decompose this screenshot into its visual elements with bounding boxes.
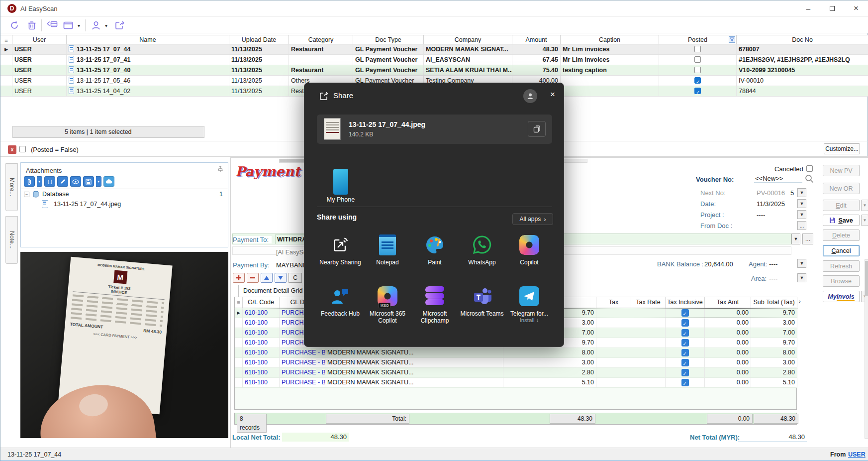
account-combo-dropdown-icon[interactable]: ▼ [791,233,800,244]
share-icon[interactable] [114,19,126,31]
area-dropdown-icon[interactable]: ▼ [797,273,806,282]
column-header-category[interactable]: Category [289,35,353,44]
detail-row[interactable]: 610-100PURCHASE - B...MODERN MAMAK SIGNA… [235,358,797,368]
tree-node-file[interactable]: 13-11-25 17_07_44.jpeg [21,199,228,209]
share-app-microsoft-365-copilot[interactable]: M365Microsoft 365 Copilot [365,285,410,324]
share-app-nearby-sharing[interactable]: Nearby Sharing [317,234,363,266]
table-row[interactable]: ▸USER13-11-25 17_07_4411/13/2025Restaura… [0,44,868,55]
account-avatar[interactable] [523,89,537,103]
detail-row[interactable]: 610-100PURCHASE - B...MODERN MAMAK SIGNA… [235,378,797,388]
refresh-button[interactable]: Refresh [823,260,860,272]
payment-to-field[interactable]: WITHDRAW [275,234,306,244]
tab-document-detail-grid[interactable]: Document Detail Grid [238,285,314,297]
share-app-paint[interactable]: Paint [412,234,458,266]
column-header-doc-no[interactable]: Doc No [737,35,868,44]
maximize-button[interactable] [821,0,844,16]
delete-button[interactable]: Delete [823,230,860,241]
refresh-icon[interactable] [8,19,20,31]
share-app-notepad[interactable]: Notepad [365,234,410,266]
tree-collapse-icon[interactable]: − [24,192,29,197]
detail-row[interactable]: 610-100PURCHASE - B...MODERN MAMAK SIGNA… [235,348,797,358]
new-pv-button[interactable]: New PV [823,165,860,176]
scrollbar-thumb[interactable] [865,261,868,296]
column-header-posted[interactable]: Posted [659,35,737,44]
date-value[interactable]: 11/3/2025 [757,200,785,208]
cloud-icon[interactable] [103,176,114,187]
delete-icon[interactable] [26,19,38,31]
save-caret-icon[interactable]: ▼ [861,215,868,226]
detail-column-header-tax-rate[interactable]: Tax Rate [631,297,666,308]
column-header-name[interactable]: Name [67,35,229,44]
detail-column-header-tax-inclusive[interactable]: Tax Inclusive [666,297,705,308]
posted-checkbox[interactable] [694,67,701,73]
customize-button[interactable]: Customize... [824,143,860,154]
minimize-button[interactable]: – [797,0,820,16]
save-caret-icon[interactable]: ▾ [96,176,101,187]
user-icon[interactable] [90,19,102,31]
add-row-button[interactable] [233,273,245,283]
attachment-preview-image[interactable]: MODERN MAMAK SIGNATURE M Ticket # 192 IN… [20,252,228,438]
agent-dropdown-icon[interactable]: ▼ [797,259,806,268]
posted-checkbox[interactable] [694,88,701,94]
next-no-dropdown-icon[interactable]: ▼ [797,188,806,197]
browse-button[interactable]: Browse [823,275,860,287]
tax-inclusive-checkbox[interactable] [681,339,689,346]
all-apps-button[interactable]: All apps › [512,213,553,225]
table-row[interactable]: USER13-11-25 17_07_4111/13/2025GL Paymen… [0,55,868,65]
share-app-copilot[interactable]: Copilot [506,234,552,266]
posted-checkbox[interactable] [694,56,701,63]
detail-column-header-tax[interactable]: Tax [596,297,631,308]
share-app-telegram-for-[interactable]: Telegram for...Install ↓ [506,285,552,323]
edit-caret-icon[interactable]: ▼ [861,200,868,211]
tab-note[interactable]: Note... [5,216,18,264]
project-value[interactable]: ---- [757,211,765,219]
column-header-caption[interactable]: Caption [561,35,659,44]
column-header-company[interactable]: Company [424,35,512,44]
tax-inclusive-checkbox[interactable] [681,369,689,376]
tax-inclusive-checkbox[interactable] [681,329,689,337]
close-icon[interactable]: × [550,90,555,100]
edit-icon[interactable] [57,176,68,187]
detail-column-header-g-l-code[interactable]: G/L Code [243,297,280,308]
column-header-user[interactable]: User [12,35,67,44]
move-down-button[interactable] [275,273,287,283]
grid-scroll-right-icon[interactable]: › [799,298,801,304]
remove-filter-button[interactable]: x [8,145,16,154]
tax-inclusive-checkbox[interactable] [681,319,689,327]
search-icon[interactable] [804,174,814,184]
cancel-button[interactable]: Cancel [823,245,860,256]
column-header-upload-date[interactable]: Upload Date [229,35,289,44]
from-doc-browse-button[interactable]: ... [797,221,806,230]
edit-button[interactable]: Edit [823,200,860,211]
tax-inclusive-checkbox[interactable] [681,349,689,356]
date-dropdown-icon[interactable]: ▼ [797,199,806,208]
filter-checkbox[interactable] [19,146,26,152]
myinvois-button[interactable]: Myinvois [823,291,860,302]
project-dropdown-icon[interactable]: ▼ [797,210,806,219]
tab-more[interactable]: More... [5,163,18,211]
delete-icon[interactable] [44,176,55,187]
layout-caret-icon[interactable]: ▾ [78,23,80,28]
tree-node-database[interactable]: − Database 1 [21,189,228,199]
tax-inclusive-checkbox[interactable] [681,379,689,386]
grid-corner[interactable]: ≣ [235,297,243,308]
remove-row-button[interactable] [247,273,259,283]
save-button[interactable]: Save [823,215,860,226]
close-panel-icon[interactable] [46,19,58,31]
new-or-button[interactable]: New OR [823,183,860,194]
pin-icon[interactable] [217,166,224,174]
move-up-button[interactable] [261,273,273,283]
vertical-scrollbar[interactable] [865,259,868,439]
voucher-no-field[interactable]: <<New>> [754,175,802,183]
grid-corner-icon[interactable]: ≣ [0,35,12,44]
attach-caret-icon[interactable]: ▾ [37,176,42,187]
window-layout-icon[interactable] [62,19,74,31]
area-value[interactable]: ---- [769,275,777,282]
copy-row-button[interactable]: C [289,273,302,283]
detail-column-header-tax-amt[interactable]: Tax Amt [705,297,751,308]
user-caret-icon[interactable]: ▾ [105,23,107,28]
cancelled-checkbox[interactable] [806,165,813,172]
share-app-whatsapp[interactable]: WhatsApp [459,234,505,266]
posted-checkbox[interactable] [694,46,701,52]
close-button[interactable]: × [845,0,868,16]
